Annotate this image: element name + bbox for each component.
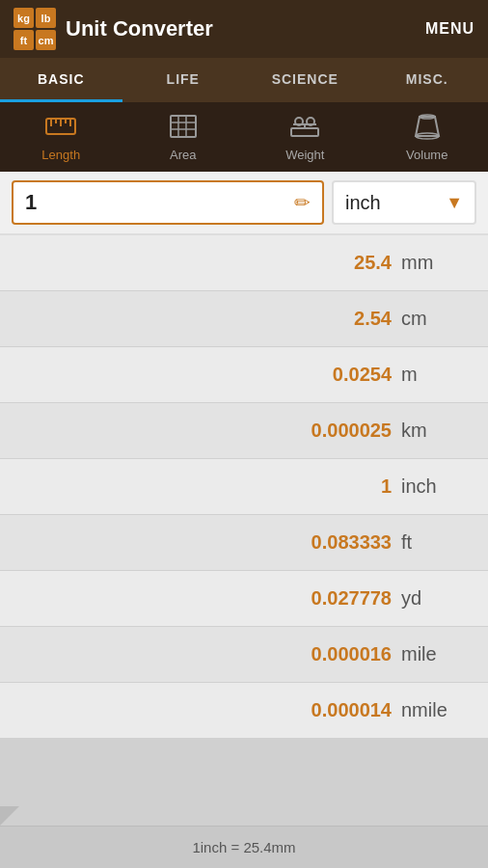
unit-dropdown[interactable]: inch ▼: [332, 180, 476, 225]
subcat-length[interactable]: Length: [0, 102, 122, 172]
weight-icon: [289, 113, 320, 144]
menu-button[interactable]: MENU: [425, 20, 474, 38]
pencil-icon: ✏: [294, 191, 311, 214]
volume-icon: [412, 113, 443, 144]
svg-rect-6: [171, 116, 196, 137]
tab-science[interactable]: SCIENCE: [244, 58, 366, 102]
result-row-mile[interactable]: 0.000016 mile: [0, 627, 488, 683]
main-tab-bar: BASIC LIFE SCIENCE MISC.: [0, 58, 488, 102]
result-value-inch: 1: [199, 475, 392, 498]
app-header: kg lb ft cm Unit Converter MENU: [0, 0, 488, 58]
icon-kg: kg: [14, 8, 34, 28]
result-row-yd[interactable]: 0.027778 yd: [0, 571, 488, 627]
subcat-length-label: Length: [41, 148, 80, 162]
result-value-mm: 25.4: [199, 252, 392, 274]
value-input[interactable]: 1: [25, 190, 37, 215]
tab-basic[interactable]: BASIC: [0, 58, 122, 102]
app-title: Unit Converter: [66, 16, 213, 41]
corner-fold-decoration: [0, 806, 19, 826]
result-unit-ft: ft: [401, 531, 469, 554]
result-row-nmile[interactable]: 0.000014 nmile: [0, 683, 488, 739]
app-icon: kg lb ft cm: [14, 8, 56, 50]
tab-misc[interactable]: MISC.: [366, 58, 489, 102]
subcat-volume[interactable]: Volume: [366, 102, 489, 172]
result-unit-mm: mm: [401, 252, 469, 274]
result-unit-nmile: nmile: [401, 699, 469, 721]
result-unit-m: m: [401, 364, 469, 386]
value-input-container[interactable]: 1 ✏: [12, 180, 324, 225]
subcat-volume-label: Volume: [406, 148, 447, 162]
result-row-km[interactable]: 0.000025 km: [0, 403, 488, 459]
result-value-km: 0.000025: [199, 420, 392, 442]
formula-display: 1inch = 25.4mm: [192, 839, 295, 855]
result-value-nmile: 0.000014: [199, 699, 392, 721]
header-left: kg lb ft cm Unit Converter: [14, 8, 213, 50]
unit-dropdown-value: inch: [345, 192, 381, 214]
result-unit-km: km: [401, 420, 469, 442]
result-value-yd: 0.027778: [199, 587, 392, 610]
icon-cm: cm: [36, 30, 56, 50]
tab-life[interactable]: LIFE: [122, 58, 245, 102]
result-row-inch[interactable]: 1 inch: [0, 459, 488, 515]
subcat-area[interactable]: Area: [122, 102, 245, 172]
result-value-ft: 0.083333: [199, 531, 392, 554]
result-row-cm[interactable]: 2.54 cm: [0, 291, 488, 347]
icon-ft: ft: [14, 30, 34, 50]
icon-lb: lb: [36, 8, 56, 28]
result-row-m[interactable]: 0.0254 m: [0, 347, 488, 403]
status-bar: 1inch = 25.4mm: [0, 826, 488, 868]
result-unit-mile: mile: [401, 643, 469, 665]
chevron-down-icon: ▼: [446, 193, 463, 213]
sub-category-bar: Length Area Weight: [0, 102, 488, 172]
result-value-mile: 0.000016: [199, 643, 392, 665]
subcat-weight-label: Weight: [285, 148, 324, 162]
results-container: 25.4 mm 2.54 cm 0.0254 m 0.000025 km 1 i…: [0, 235, 488, 826]
result-value-cm: 2.54: [199, 308, 392, 330]
result-unit-cm: cm: [401, 308, 469, 330]
input-row: 1 ✏ inch ▼: [0, 172, 488, 235]
result-value-m: 0.0254: [199, 364, 392, 386]
result-unit-yd: yd: [401, 587, 469, 610]
result-row-mm[interactable]: 25.4 mm: [0, 235, 488, 291]
subcat-area-label: Area: [170, 148, 196, 162]
subcat-weight[interactable]: Weight: [244, 102, 366, 172]
area-icon: [168, 113, 199, 144]
result-unit-inch: inch: [401, 475, 469, 498]
length-icon: [45, 113, 76, 144]
result-row-ft[interactable]: 0.083333 ft: [0, 515, 488, 571]
svg-rect-11: [291, 128, 318, 136]
